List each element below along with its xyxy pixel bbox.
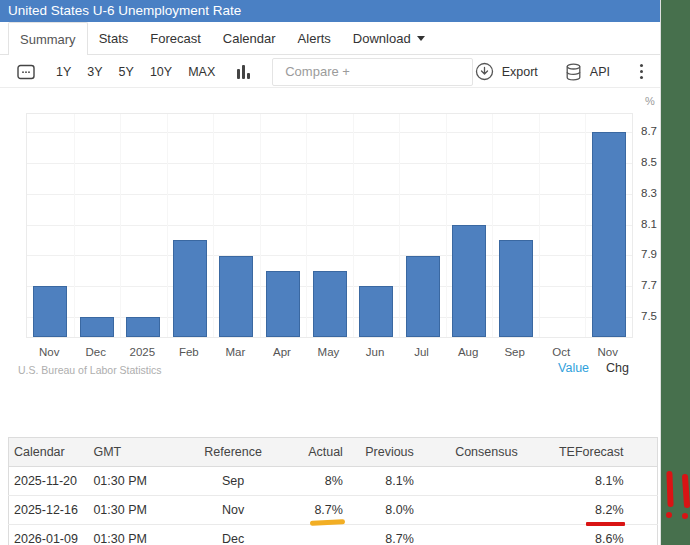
bar-nov[interactable] [592, 132, 626, 337]
y-tick-label: 7.9 [641, 248, 657, 260]
cell-calendar: 2026-01-09 [9, 525, 89, 545]
underline-annotation-yellow: 8.7% [314, 503, 343, 517]
tab-calendar[interactable]: Calendar [212, 22, 287, 55]
gridline-vertical [492, 114, 493, 337]
compare-input[interactable]: Compare + [272, 58, 473, 86]
gridline-vertical [120, 114, 121, 337]
gridline-vertical [306, 114, 307, 337]
cell-previous: 8.0% [348, 496, 419, 525]
x-tick-label: Feb [166, 346, 213, 358]
cell-calendar: 2025-12-16 [9, 496, 89, 525]
cell-gmt: 01:30 PM [88, 496, 168, 525]
x-tick-label: Mar [212, 346, 259, 358]
col-header-consensus: Consensus [419, 438, 523, 467]
y-tick-label: 8.5 [641, 156, 657, 168]
page-title: United States U-6 Unemployment Rate [0, 0, 660, 22]
x-tick-label: Oct [538, 346, 585, 358]
chg-toggle[interactable]: Chg [606, 361, 629, 375]
gridline-vertical [446, 114, 447, 337]
plot-area [26, 113, 633, 338]
col-header-actual: Actual [298, 438, 348, 467]
database-icon [565, 63, 582, 81]
cell-reference: Nov [168, 496, 298, 525]
cell-consensus [419, 467, 523, 496]
underline-annotation-red: 8.2% [595, 503, 624, 517]
bar-nov[interactable] [33, 286, 67, 337]
api-button[interactable]: API [565, 63, 610, 81]
x-tick-label: Jun [352, 346, 399, 358]
bar-jun[interactable] [359, 286, 393, 337]
cell-previous: 8.7% [348, 525, 419, 545]
series-toggle: Value Chg [558, 361, 629, 375]
y-tick-label: 7.7 [641, 279, 657, 291]
range-1y[interactable]: 1Y [56, 65, 71, 79]
col-header-teforecast: TEForecast [523, 438, 629, 467]
bar-2025[interactable] [126, 317, 160, 337]
range-max[interactable]: MAX [188, 65, 215, 79]
bar-jul[interactable] [406, 256, 440, 338]
bar-mar[interactable] [219, 256, 253, 338]
tab-download[interactable]: Download [342, 22, 436, 55]
compare-placeholder: Compare + [285, 64, 350, 79]
bar-may[interactable] [313, 271, 347, 337]
gridline-vertical [539, 114, 540, 337]
calendar-icon[interactable] [17, 64, 35, 80]
gridline-vertical [213, 114, 214, 337]
column-chart-icon[interactable] [237, 65, 250, 79]
y-tick-label: 8.7 [641, 125, 657, 137]
table-row: 2026-01-0901:30 PMDec8.7%8.6% [9, 525, 658, 545]
background-strip [661, 0, 690, 545]
x-tick-label: Apr [259, 346, 306, 358]
cell-reference: Sep [168, 467, 298, 496]
export-button[interactable]: Export [475, 62, 538, 81]
x-tick-label: 2025 [119, 346, 166, 358]
cell-previous: 8.1% [348, 467, 419, 496]
bar-feb[interactable] [173, 240, 207, 337]
gridline-vertical [167, 114, 168, 337]
cell-consensus [419, 525, 523, 545]
calendar-table: CalendarGMTReferenceActualPreviousConsen… [8, 437, 658, 545]
cell-consensus [419, 496, 523, 525]
bar-apr[interactable] [266, 271, 300, 337]
cell-filler [629, 525, 658, 545]
gridline [27, 194, 632, 195]
calendar-table-wrap: CalendarGMTReferenceActualPreviousConsen… [8, 437, 660, 545]
tab-label: Stats [99, 31, 129, 46]
y-tick-label: 7.5 [641, 310, 657, 322]
kebab-menu-icon[interactable] [640, 70, 643, 73]
chart-toolbar: 1Y3Y5Y10YMAX Compare + Export [0, 55, 660, 88]
x-tick-label: Sep [491, 346, 538, 358]
x-tick-label: Dec [73, 346, 120, 358]
col-header-filler [629, 438, 658, 467]
caret-down-icon [417, 36, 425, 41]
y-tick-label: 8.3 [641, 187, 657, 199]
bar-sep[interactable] [499, 240, 533, 337]
chart-source: U.S. Bureau of Labor Statistics [18, 364, 162, 376]
y-tick-label: 8.1 [641, 218, 657, 230]
cell-actual: 8% [298, 467, 348, 496]
tab-forecast[interactable]: Forecast [139, 22, 212, 55]
cell-filler [629, 496, 658, 525]
cell-actual: 8.7% [298, 496, 348, 525]
tab-summary[interactable]: Summary [8, 22, 88, 55]
range-3y[interactable]: 3Y [87, 65, 102, 79]
gridline-vertical [585, 114, 586, 337]
bar-dec[interactable] [80, 317, 114, 337]
x-tick-label: May [305, 346, 352, 358]
tab-alerts[interactable]: Alerts [287, 22, 342, 55]
tab-label: Alerts [298, 31, 331, 46]
range-10y[interactable]: 10Y [150, 65, 172, 79]
cell-filler [629, 467, 658, 496]
gridline [27, 255, 632, 256]
value-toggle[interactable]: Value [558, 361, 589, 375]
tab-stats[interactable]: Stats [88, 22, 140, 55]
api-label: API [590, 65, 610, 79]
cell-teforecast: 8.1% [523, 467, 629, 496]
tab-label: Calendar [223, 31, 276, 46]
col-header-reference: Reference [168, 438, 298, 467]
x-tick-label: Nov [26, 346, 73, 358]
bar-aug[interactable] [452, 225, 486, 337]
bar-chart: % U.S. Bureau of Labor Statistics Value … [0, 88, 660, 380]
y-axis-unit: % [645, 95, 655, 107]
range-5y[interactable]: 5Y [119, 65, 134, 79]
